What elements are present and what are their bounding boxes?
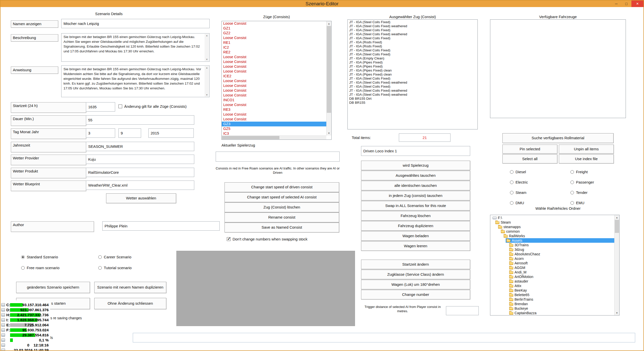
consist-item[interactable]: GZ5 bbox=[222, 126, 326, 131]
consists-listbox[interactable]: Loose ConsistGZ1GZ2Loose ConsistRE1IC2RE… bbox=[221, 21, 332, 140]
consist-vehicle-item[interactable]: JT - IGA (Rods Fixed) bbox=[348, 44, 477, 48]
vehicle-action-button[interactable]: Fahrzeug löschen bbox=[361, 211, 470, 221]
month-field[interactable]: 9 bbox=[118, 128, 141, 138]
consist-item[interactable]: RE2 bbox=[222, 50, 326, 55]
consist-action-button[interactable]: Change start speed of selected AI consis… bbox=[224, 192, 339, 202]
tree-item[interactable]: astauder bbox=[490, 279, 614, 284]
consist-vehicle-item[interactable]: JT - IGA (Pipes Fixed) clean bbox=[348, 68, 477, 73]
starttime-field[interactable]: 1635 bbox=[86, 102, 115, 112]
consist-item[interactable]: Loose Consist bbox=[222, 93, 326, 98]
consist-item[interactable]: Loose Consist bbox=[222, 69, 326, 74]
vehicle-action-button[interactable]: wird Spielerzug bbox=[361, 161, 470, 170]
radio-tender[interactable]: Tender bbox=[570, 190, 594, 195]
consist-vehicle-item[interactable]: JT - IGA (Pipes Fixed) bbox=[348, 60, 477, 64]
consists-hscrollbar[interactable] bbox=[222, 135, 326, 139]
consist-vehicle-item[interactable]: JT - IGA (Pipes Fixed) clean bbox=[348, 73, 477, 77]
scroll-thumb[interactable] bbox=[615, 220, 619, 233]
scenario-type-radio[interactable]: Free roam scenario bbox=[21, 266, 98, 270]
consist-vehicle-item[interactable]: DB BR155 Dirt bbox=[348, 97, 477, 101]
vehicle-action-button[interactable]: Wagen leeren bbox=[361, 241, 470, 251]
tree-item[interactable]: common bbox=[490, 229, 614, 234]
scroll-thumb[interactable] bbox=[222, 136, 279, 139]
tree-item[interactable]: 3DTrains bbox=[490, 243, 614, 247]
consist-vehicle-item[interactable]: JT - IGA (Steel Coils Fixed) bbox=[348, 48, 477, 52]
consist-vehicle-item[interactable]: JT - IGA (Steel Coils Fixed) bbox=[348, 20, 477, 24]
radio-steam[interactable]: Steam bbox=[510, 190, 528, 195]
consist-vehicle-item[interactable]: JT - IGA (Steel Coils Fixed) bbox=[348, 52, 477, 56]
search-rollingstock-button[interactable]: Suche verfügbares Rollmaterial bbox=[502, 133, 614, 143]
available-vehicles-listbox[interactable] bbox=[490, 19, 626, 118]
tree-item[interactable]: Belette65 bbox=[490, 293, 614, 297]
consist-item[interactable]: Loose Consist bbox=[222, 21, 326, 26]
scenario-type-radio[interactable]: Tutorial scenario bbox=[98, 266, 177, 270]
trigger-distance-field[interactable] bbox=[446, 306, 479, 315]
day-field[interactable]: 3 bbox=[86, 128, 115, 138]
vehicle-action-button[interactable]: alle identischen tauschen bbox=[361, 181, 470, 190]
vehicle-action-button[interactable]: Ausgewähltes tauschen bbox=[361, 171, 470, 180]
consist-item[interactable]: Loose Consist bbox=[222, 83, 326, 88]
minimize-button[interactable]: ─ bbox=[611, 1, 621, 7]
scroll-thumb[interactable] bbox=[327, 26, 331, 113]
consists-vscrollbar[interactable]: ▲ ▼ bbox=[326, 21, 331, 135]
consist-action-button[interactable]: Rename consist bbox=[224, 213, 339, 222]
description-field[interactable]: Sie bringen mit der betagten BR 155 eine… bbox=[61, 33, 210, 62]
consist-item[interactable]: IC3 bbox=[222, 131, 326, 135]
consist-vehicle-item[interactable]: JT - IGA (Empty Clean) bbox=[348, 56, 477, 60]
tree-item[interactable]: BeeKay bbox=[490, 288, 614, 293]
consist-item[interactable]: GZ3 bbox=[222, 122, 326, 126]
vehicle-action-button[interactable]: Fahrzeug duplizieren bbox=[361, 221, 470, 231]
year-field[interactable]: 2015 bbox=[148, 128, 194, 138]
consist-item[interactable]: IC2 bbox=[222, 45, 326, 50]
duplicate-scenario-button[interactable]: Szenario mit neuem Namen duplizieren bbox=[94, 282, 166, 293]
consist-vehicle-item[interactable]: JT - IGA (Steel Coils Fixed) bbox=[348, 85, 477, 89]
scroll-down-button[interactable]: ▼ bbox=[327, 131, 331, 135]
tree-item[interactable]: Assets bbox=[490, 238, 614, 243]
consist-edit-button[interactable]: Zugklasse (Service Class) ändern bbox=[361, 270, 470, 279]
consist-item[interactable]: Loose Consist bbox=[222, 117, 326, 122]
consist-action-button[interactable]: Save as Named Consist bbox=[224, 223, 339, 232]
vehicle-action-button[interactable]: Swap in ALL Scenarios for this route bbox=[361, 201, 470, 210]
vehicle-action-button[interactable]: in jedem Zug (consist) tauschen bbox=[361, 191, 470, 200]
consist-edit-button[interactable]: Wagen (Lok) um 180°drehen bbox=[361, 280, 470, 289]
select-all-button[interactable]: Select all bbox=[502, 154, 557, 163]
tree-item[interactable]: ArtOfMotion bbox=[490, 274, 614, 279]
scroll-up-button[interactable]: ▲ bbox=[615, 215, 619, 220]
description-scrollbar[interactable]: ▲ ▼ bbox=[205, 34, 209, 61]
consist-item[interactable]: RE3 bbox=[222, 107, 326, 112]
scenario-type-radio[interactable]: Career Scenario bbox=[98, 255, 177, 259]
radio-electric[interactable]: Electric bbox=[510, 180, 528, 184]
choose-weather-button[interactable]: Wetter auswählen bbox=[106, 193, 176, 203]
weather-product-field[interactable]: RailSimulatorCore bbox=[86, 168, 194, 177]
current-player-train-field[interactable] bbox=[216, 152, 340, 162]
tree-item[interactable]: Buckeye bbox=[490, 306, 614, 311]
tree-vscrollbar[interactable]: ▲ ▼ bbox=[614, 215, 619, 315]
tree-item[interactable]: 3dzug bbox=[490, 247, 614, 252]
season-field[interactable]: SEASON_SUMMER bbox=[86, 142, 194, 151]
tree-item[interactable]: AGGM bbox=[490, 265, 614, 270]
unpin-all-button[interactable]: Unpin all items bbox=[559, 145, 614, 154]
instruction-scrollbar[interactable]: ▲ ▼ bbox=[205, 66, 209, 97]
vehicle-action-button[interactable]: Wagen beladen bbox=[361, 231, 470, 241]
dont-change-numbers-checkbox[interactable]: Don't change numbers when swapping stock bbox=[227, 237, 307, 241]
consist-item[interactable]: ICE2 bbox=[222, 74, 326, 79]
consist-item[interactable]: GZ2 bbox=[222, 31, 326, 36]
tree-item[interactable]: RailWorks bbox=[490, 234, 614, 238]
consist-item[interactable]: Loose Consist bbox=[222, 64, 326, 69]
tree-item[interactable]: steamapps bbox=[490, 225, 614, 229]
consist-edit-button[interactable]: Startzeit ändern bbox=[361, 260, 470, 269]
close-without-saving-button[interactable]: Ohne Änderung schliessen bbox=[94, 298, 166, 309]
author-field[interactable]: Philippe Plein bbox=[102, 221, 220, 231]
consist-vehicle-item[interactable]: JT - IGA (Rods Fixed) bbox=[348, 40, 477, 44]
weather-provider-field[interactable]: Kuju bbox=[86, 155, 194, 164]
consist-vehicle-item[interactable]: JT - IGA (Steel Coils Fixed) weathered bbox=[348, 89, 477, 93]
instruction-field[interactable]: Sie bringen mit der betagten BR 155 eine… bbox=[61, 65, 210, 97]
consist-edit-button[interactable]: Change number bbox=[361, 290, 470, 299]
folder-tree[interactable]: F:\SteamsteamappscommonRailWorksAssets3D… bbox=[490, 215, 620, 315]
tree-item[interactable]: CaptainBazza bbox=[490, 311, 614, 315]
consist-action-button[interactable]: Change start speed of driven consist bbox=[224, 182, 339, 192]
consist-item[interactable]: GZ1 bbox=[222, 26, 326, 31]
close-window-button[interactable]: × bbox=[631, 1, 643, 7]
consist-item[interactable]: Loose Consist bbox=[222, 102, 326, 107]
consist-vehicle-item[interactable]: DB BR155 bbox=[348, 101, 477, 105]
consist-item[interactable]: Loose Consist bbox=[222, 88, 326, 93]
